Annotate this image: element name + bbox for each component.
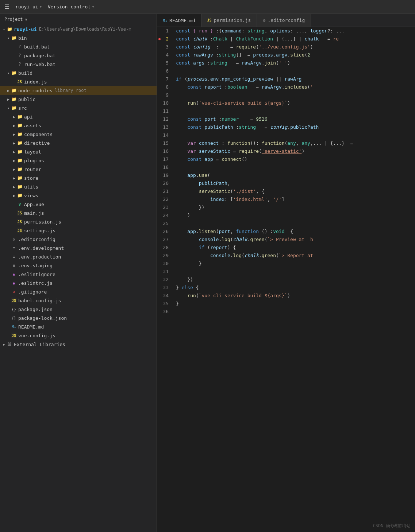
tab-permission[interactable]: JS permission.js bbox=[201, 14, 257, 27]
code-line-7: 7 if (process.env.npm_config_preview || … bbox=[157, 75, 415, 83]
code-line-10: 10 run(`vue-cli-service build ${args}`) bbox=[157, 99, 415, 107]
project-panel-chevron: ∨ bbox=[25, 18, 27, 22]
tree-item-assets[interactable]: ▶ 📁 assets bbox=[0, 121, 157, 130]
code-line-28: 28 if (report) { bbox=[157, 244, 415, 252]
expand-arrow-api: ▶ bbox=[12, 114, 17, 119]
tree-item-main-js[interactable]: ▾ JS main.js bbox=[0, 209, 157, 217]
tree-item-build[interactable]: ▾ 📁 build bbox=[0, 69, 157, 77]
titlebar: ☰ ruoyi-ui ▾ Version control ▾ bbox=[0, 0, 415, 14]
tree-item-plugins[interactable]: ▶ 📁 plugins bbox=[0, 156, 157, 165]
tree-item-env-staging[interactable]: ▾ ≡ .env.staging bbox=[0, 261, 157, 270]
line-content-33: } else { bbox=[173, 284, 415, 292]
vcs-label: Version control bbox=[48, 4, 91, 9]
tree-label-permission-js: permission.js bbox=[24, 219, 61, 225]
tree-item-ruoyi-ui[interactable]: ▾ 📁 ruoyi-ui E:\Users\wang\Downloads\Ruo… bbox=[0, 25, 157, 34]
tree-item-readme-md[interactable]: ▾ M↓ README.md bbox=[0, 322, 157, 331]
tree-item-components[interactable]: ▶ 📁 components bbox=[0, 130, 157, 139]
tree-item-babel-config[interactable]: ▾ JS babel.config.js bbox=[0, 296, 157, 305]
tree-item-editorconfig[interactable]: ▾ ⚙ .editorconfig bbox=[0, 235, 157, 244]
tree-item-router[interactable]: ▶ 📁 router bbox=[0, 165, 157, 174]
tree-item-store[interactable]: ▶ 📁 store bbox=[0, 174, 157, 182]
tree-label-store: store bbox=[24, 175, 38, 181]
tree-item-layout[interactable]: ▶ 📁 layout bbox=[0, 147, 157, 156]
line-num-30: 30 bbox=[157, 260, 173, 268]
tree-item-external-libraries[interactable]: ▶ 🏛 External Libraries bbox=[0, 340, 157, 349]
code-line-13: 13 const publicPath :string = config.pub… bbox=[157, 123, 415, 131]
tree-item-directive[interactable]: ▶ 📁 directive bbox=[0, 139, 157, 147]
line-content-3: const config : = require('../vue.config.… bbox=[173, 43, 415, 51]
code-line-4: 4 const rawArgv :string[] = process.argv… bbox=[157, 51, 415, 59]
tree-item-src[interactable]: ▾ 📁 src bbox=[0, 104, 157, 112]
tree-item-index-js[interactable]: ▾ JS index.js bbox=[0, 77, 157, 86]
line-content-23: }) bbox=[173, 203, 415, 211]
tree-label-package-lock: package-lock.json bbox=[18, 315, 67, 321]
line-num-22: 22 bbox=[157, 195, 173, 203]
tree-path: E:\Users\wang\Downloads\RuoYi-Vue-m bbox=[39, 27, 131, 32]
tab-bar: M↓ README.md JS permission.js ⚙ .editorc… bbox=[157, 14, 415, 27]
tab-editorconfig[interactable]: ⚙ .editorconfig bbox=[257, 14, 311, 27]
tree-item-package-lock-json[interactable]: ▾ {} package-lock.json bbox=[0, 314, 157, 322]
tree-item-settings-js[interactable]: ▾ JS settings.js bbox=[0, 226, 157, 235]
file-icon-app-vue: V bbox=[17, 201, 23, 207]
tree-label-env-staging: .env.staging bbox=[18, 263, 53, 268]
file-icon-build-bat: ? bbox=[17, 44, 23, 50]
line-content-5: const args :string = rawArgv.join(' ') bbox=[173, 59, 415, 67]
ext-lib-icon: 🏛 bbox=[7, 341, 12, 347]
line-num-34: 34 bbox=[157, 292, 173, 300]
line-num-13: 13 bbox=[157, 123, 173, 131]
line-num-31: 31 bbox=[157, 268, 173, 276]
tree-label-vue-config: vue.config.js bbox=[18, 333, 55, 338]
tree-item-build-bat[interactable]: ▾ ? build.bat bbox=[0, 42, 157, 51]
tree-label-eslintignore: .eslintignore bbox=[18, 272, 55, 277]
code-editor[interactable]: 1 const { run } :{command: string, optio… bbox=[157, 27, 415, 532]
vcs-selector[interactable]: Version control ▾ bbox=[48, 4, 94, 9]
tree-item-eslintrc-js[interactable]: ▾ ◉ .eslintrc.js bbox=[0, 279, 157, 287]
project-selector[interactable]: ruoyi-ui ▾ bbox=[15, 4, 42, 9]
folder-icon-bin: 📁 bbox=[11, 35, 17, 41]
tree-item-permission-js[interactable]: ▾ JS permission.js bbox=[0, 217, 157, 226]
tree-label-bin: bin bbox=[18, 35, 27, 41]
line-content-27: console.log(chalk.green(`> Preview at h bbox=[173, 236, 415, 244]
code-line-20: 20 publicPath, bbox=[157, 179, 415, 187]
tree-item-public[interactable]: ▶ 📁 public bbox=[0, 95, 157, 104]
expand-arrow-build: ▾ bbox=[6, 70, 11, 75]
code-line-22: 22 index: ['index.html', '/'] bbox=[157, 195, 415, 203]
code-line-29: 29 console.log(chalk.green(`> Report at bbox=[157, 252, 415, 260]
tree-item-app-vue[interactable]: ▾ V App.vue bbox=[0, 200, 157, 209]
folder-icon-layout: 📁 bbox=[17, 149, 23, 155]
tree-item-utils[interactable]: ▶ 📁 utils bbox=[0, 182, 157, 191]
tree-item-node-modules[interactable]: ▶ 📁 node_modules library root bbox=[0, 86, 157, 95]
tree-item-package-bat[interactable]: ▾ ? package.bat bbox=[0, 51, 157, 60]
code-line-12: 12 const port :number = 9526 bbox=[157, 115, 415, 123]
tree-label-router: router bbox=[24, 167, 41, 172]
menu-icon[interactable]: ☰ bbox=[4, 3, 9, 10]
tab-label-permission: permission.js bbox=[214, 18, 251, 23]
tree-item-env-development[interactable]: ▾ ≡ .env.development bbox=[0, 244, 157, 252]
tree-label-index-js: index.js bbox=[24, 79, 47, 85]
tree-item-api[interactable]: ▶ 📁 api bbox=[0, 112, 157, 121]
tree-item-bin[interactable]: ▾ 📁 bin bbox=[0, 34, 157, 42]
file-icon-env-development: ≡ bbox=[11, 245, 17, 251]
tree-item-run-web-bat[interactable]: ▾ ? run-web.bat bbox=[0, 60, 157, 69]
tree-item-views[interactable]: ▶ 📁 views bbox=[0, 191, 157, 200]
tree-item-eslintignore[interactable]: ▾ ◉ .eslintignore bbox=[0, 270, 157, 279]
tree-item-vue-config[interactable]: ▾ JS vue.config.js bbox=[0, 331, 157, 340]
folder-icon-src: 📁 bbox=[11, 105, 17, 111]
sidebar-header[interactable]: Project ∨ bbox=[0, 14, 157, 25]
tree-label-components: components bbox=[24, 132, 53, 137]
code-line-3: 3 const config : = require('../vue.confi… bbox=[157, 43, 415, 51]
code-line-32: 32 }) bbox=[157, 276, 415, 284]
line-num-14: 14 bbox=[157, 131, 173, 139]
line-num-21: 21 bbox=[157, 187, 173, 195]
line-content-34: run(`vue-cli-service build ${args}`) bbox=[173, 292, 415, 300]
tree-item-env-production[interactable]: ▾ ≡ .env.production bbox=[0, 252, 157, 261]
tree-label-views: views bbox=[24, 193, 38, 198]
tree-label-public: public bbox=[18, 97, 35, 102]
tab-readme[interactable]: M↓ README.md bbox=[157, 14, 201, 27]
file-icon-package-bat: ? bbox=[17, 53, 23, 58]
line-num-1: 1 bbox=[157, 27, 173, 35]
expand-arrow-public: ▶ bbox=[6, 97, 11, 102]
tree-item-gitignore[interactable]: ▾ ⊘ .gitignore bbox=[0, 287, 157, 296]
tree-item-package-json[interactable]: ▾ {} package.json bbox=[0, 305, 157, 314]
file-icon-gitignore: ⊘ bbox=[11, 289, 17, 295]
